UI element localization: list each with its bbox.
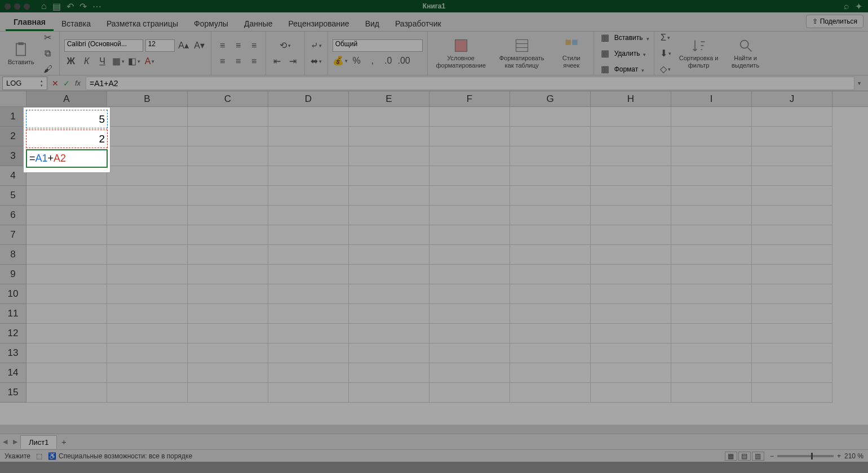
- cell-A14[interactable]: [26, 363, 107, 383]
- cell-H9[interactable]: [591, 265, 671, 284]
- row-header-12[interactable]: 12: [0, 324, 26, 343]
- font-size-select[interactable]: 12: [145, 39, 175, 52]
- cell-H7[interactable]: [591, 225, 671, 245]
- cell-A4[interactable]: [26, 166, 107, 186]
- cell-E5[interactable]: [349, 186, 429, 206]
- align-center-button[interactable]: ≡: [232, 55, 245, 68]
- column-header-J[interactable]: J: [752, 91, 832, 106]
- increase-decimal-button[interactable]: .0: [382, 54, 395, 68]
- macro-record-icon[interactable]: ⬚: [36, 452, 42, 460]
- column-header-E[interactable]: E: [349, 91, 429, 106]
- tab-formulas[interactable]: Формулы: [186, 15, 236, 31]
- cell-D13[interactable]: [268, 343, 349, 363]
- sort-filter-button[interactable]: Сортировка и фильтр: [676, 38, 722, 68]
- cell-D11[interactable]: [268, 304, 349, 324]
- sheet-nav-next[interactable]: ▶: [10, 438, 20, 445]
- sheet-nav-prev[interactable]: ◀: [0, 438, 10, 445]
- cell-E2[interactable]: [349, 127, 429, 146]
- decrease-font-button[interactable]: A▾: [193, 39, 206, 52]
- cell-J12[interactable]: [752, 324, 832, 343]
- cell-C3[interactable]: [188, 146, 268, 166]
- add-sheet-button[interactable]: +: [57, 437, 70, 447]
- close-window-icon[interactable]: [5, 3, 11, 10]
- formula-input[interactable]: =A1+A2: [86, 77, 854, 90]
- cell-C4[interactable]: [188, 166, 268, 186]
- cell-D4[interactable]: [268, 166, 349, 186]
- cell-A11[interactable]: [26, 304, 107, 324]
- currency-button[interactable]: 💰: [333, 54, 348, 68]
- delete-cells-dropdown[interactable]: [642, 48, 646, 59]
- cell-A12[interactable]: [26, 324, 107, 343]
- cell-B6[interactable]: [107, 206, 188, 225]
- conditional-format-button[interactable]: Условное форматирование: [432, 38, 490, 68]
- cell-F8[interactable]: [429, 245, 510, 265]
- row-header-7[interactable]: 7: [0, 225, 26, 245]
- row-header-3[interactable]: 3: [0, 146, 26, 166]
- cell-G14[interactable]: [510, 363, 591, 383]
- cell-A9[interactable]: [26, 265, 107, 284]
- cell-I9[interactable]: [671, 265, 752, 284]
- cell-A13[interactable]: [26, 343, 107, 363]
- cell-G10[interactable]: [510, 284, 591, 304]
- align-left-button[interactable]: ≡: [216, 55, 229, 68]
- cell-F10[interactable]: [429, 284, 510, 304]
- paste-button[interactable]: Вставить: [5, 42, 38, 65]
- row-header-14[interactable]: 14: [0, 363, 26, 383]
- cell-D1[interactable]: [268, 107, 349, 127]
- cell-B12[interactable]: [107, 324, 188, 343]
- cell-C15[interactable]: [188, 383, 268, 403]
- cell-H10[interactable]: [591, 284, 671, 304]
- cell-B1[interactable]: [107, 107, 188, 127]
- cell-H1[interactable]: [591, 107, 671, 127]
- cell-F9[interactable]: [429, 265, 510, 284]
- cell-J15[interactable]: [752, 383, 832, 403]
- name-box-stepper[interactable]: ▴▾: [41, 79, 46, 88]
- cell-D2[interactable]: [268, 127, 349, 146]
- expand-formula-bar-button[interactable]: ▾: [858, 80, 866, 86]
- row-header-10[interactable]: 10: [0, 284, 26, 304]
- more-icon[interactable]: ⋯: [92, 1, 101, 12]
- cell-D12[interactable]: [268, 324, 349, 343]
- cell-E6[interactable]: [349, 206, 429, 225]
- row-header-8[interactable]: 8: [0, 245, 26, 265]
- sheet-tab-1[interactable]: Лист1: [20, 435, 57, 449]
- cell-C6[interactable]: [188, 206, 268, 225]
- enter-formula-button[interactable]: ✓: [61, 79, 72, 88]
- tab-home[interactable]: Главная: [6, 14, 54, 31]
- cell-D10[interactable]: [268, 284, 349, 304]
- cell-B14[interactable]: [107, 363, 188, 383]
- cell-G6[interactable]: [510, 206, 591, 225]
- cell-H8[interactable]: [591, 245, 671, 265]
- cell-I8[interactable]: [671, 245, 752, 265]
- cell-I10[interactable]: [671, 284, 752, 304]
- column-header-G[interactable]: G: [510, 91, 591, 106]
- cell-C11[interactable]: [188, 304, 268, 324]
- row-header-1[interactable]: 1: [0, 107, 26, 127]
- cell-J3[interactable]: [752, 146, 832, 166]
- delete-cells-button[interactable]: Удалить: [614, 50, 640, 57]
- cell-I3[interactable]: [671, 146, 752, 166]
- cell-A3[interactable]: [26, 146, 107, 166]
- cell-G3[interactable]: [510, 146, 591, 166]
- align-top-button[interactable]: ≡: [216, 39, 229, 52]
- cell-B8[interactable]: [107, 245, 188, 265]
- cell-G15[interactable]: [510, 383, 591, 403]
- fill-color-button[interactable]: ◧: [127, 55, 141, 68]
- cell-C7[interactable]: [188, 225, 268, 245]
- column-header-H[interactable]: H: [591, 91, 671, 106]
- page-layout-view-button[interactable]: ▤: [738, 452, 751, 461]
- cell-D5[interactable]: [268, 186, 349, 206]
- cell-C5[interactable]: [188, 186, 268, 206]
- cell-H13[interactable]: [591, 343, 671, 363]
- insert-cells-button[interactable]: Вставить: [614, 34, 643, 42]
- cell-I14[interactable]: [671, 363, 752, 383]
- cell-C10[interactable]: [188, 284, 268, 304]
- underline-button[interactable]: Ч: [96, 55, 109, 68]
- cell-B7[interactable]: [107, 225, 188, 245]
- percent-button[interactable]: %: [350, 54, 364, 68]
- cell-C9[interactable]: [188, 265, 268, 284]
- column-header-I[interactable]: I: [671, 91, 752, 106]
- cell-I12[interactable]: [671, 324, 752, 343]
- undo-icon[interactable]: ↶: [67, 1, 74, 12]
- cell-B9[interactable]: [107, 265, 188, 284]
